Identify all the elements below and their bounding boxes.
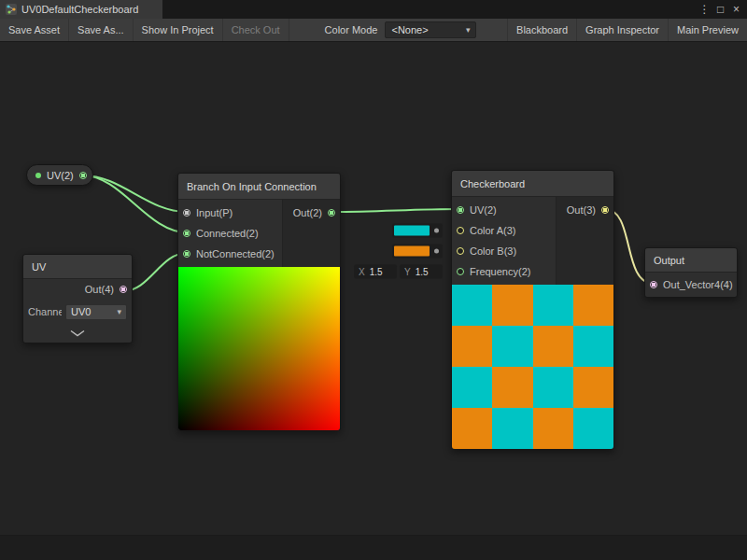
color-a-swatch-box[interactable] <box>392 224 443 238</box>
checker-cell <box>533 367 573 408</box>
checker-cell <box>573 408 613 449</box>
menu-icon[interactable]: ⋮ <box>697 0 712 19</box>
checker-cell <box>492 408 532 449</box>
checker-cell <box>573 326 613 367</box>
checkerboard-uv-label: UV(2) <box>470 204 497 216</box>
toolbar-right-group: Blackboard Graph Inspector Main Preview <box>507 19 747 41</box>
checkerboard-frequency-port[interactable] <box>457 268 464 275</box>
checker-cell <box>452 326 492 367</box>
chevron-down-icon <box>69 329 86 337</box>
pill-output-port[interactable] <box>79 172 87 179</box>
main-preview-button[interactable]: Main Preview <box>668 19 747 41</box>
checkerboard-node-header[interactable]: Checkerboard <box>452 171 613 197</box>
close-icon[interactable]: × <box>728 0 744 19</box>
output-vector4-port[interactable] <box>650 281 657 288</box>
port-row-frequency: X 1.5 Y 1.5 Frequency(2) <box>452 261 556 282</box>
toolbar: Save Asset Save As... Show In Project Ch… <box>0 19 747 42</box>
color-mode-value: <None> <box>391 24 428 35</box>
color-mode-dropdown[interactable]: <None> ▾ <box>385 21 476 38</box>
pill-label: UV(2) <box>47 170 74 181</box>
checker-cell <box>533 326 573 367</box>
edge-branch-to-checkerboard[interactable] <box>331 209 460 212</box>
checkerboard-color-b-port[interactable] <box>457 247 464 255</box>
blackboard-button[interactable]: Blackboard <box>507 19 576 41</box>
port-row-input: Input(P) <box>178 203 282 223</box>
branch-input-label: Input(P) <box>196 207 233 218</box>
color-mode-label: Color Mode <box>317 19 386 41</box>
channel-value: UV0 <box>71 306 91 317</box>
checker-cell <box>492 285 532 326</box>
uv-node-title: UV <box>32 261 46 273</box>
checkerboard-node[interactable]: Checkerboard UV(2) Color A(3) <box>451 170 614 450</box>
checkerboard-out-label: Out(3) <box>567 204 596 216</box>
branch-node-body: Input(P) Connected(2) NotConnected(2) Ou… <box>178 200 340 267</box>
checkerboard-uv-port[interactable] <box>457 206 464 214</box>
tab-title: UV0DefaultCheckerboard <box>21 4 138 15</box>
checker-cell <box>452 367 492 408</box>
frequency-y-field[interactable]: Y 1.5 <box>400 265 443 279</box>
checker-cell <box>533 285 573 326</box>
branch-node[interactable]: Branch On Input Connection Input(P) Conn… <box>177 173 341 431</box>
checker-cell <box>573 285 613 326</box>
window-tab[interactable]: UV0DefaultCheckerboard <box>0 0 162 19</box>
checkerboard-node-title: Checkerboard <box>460 178 525 189</box>
channel-dropdown[interactable]: UV0 ▾ <box>65 304 127 320</box>
save-asset-button[interactable]: Save Asset <box>0 19 69 41</box>
uv-node-header[interactable]: UV <box>23 255 132 279</box>
uv-out-port[interactable] <box>120 286 127 293</box>
maximize-icon[interactable]: □ <box>712 0 728 19</box>
branch-out-port[interactable] <box>328 209 335 217</box>
color-a-swatch[interactable] <box>394 226 430 236</box>
checkerboard-inputs: UV(2) Color A(3) <box>452 197 556 285</box>
collapse-preview-button[interactable] <box>23 324 132 343</box>
port-row-out: Out(2) <box>283 203 340 223</box>
color-a-field[interactable] <box>392 224 443 238</box>
checkerboard-color-b-label: Color B(3) <box>470 245 516 257</box>
uv-out-label: Out(4) <box>85 284 114 295</box>
edge-uvpill-to-connected[interactable] <box>83 175 187 232</box>
color-b-field[interactable] <box>392 245 443 259</box>
output-node[interactable]: Output Out_Vector4(4) <box>644 247 738 298</box>
checkerboard-color-a-port[interactable] <box>457 227 464 234</box>
checker-cell <box>452 408 492 449</box>
branch-outputs: Out(2) <box>282 200 340 267</box>
uv-out-row: Out(4) <box>23 279 132 300</box>
checkerboard-outputs: Out(3) <box>556 197 613 285</box>
frequency-y-label: Y <box>404 267 411 277</box>
branch-out-label: Out(2) <box>293 207 322 218</box>
edge-uvpill-to-input[interactable] <box>83 175 187 212</box>
checkerboard-out-port[interactable] <box>601 206 609 214</box>
uv-node[interactable]: UV Out(4) Channel UV0 ▾ <box>22 254 133 343</box>
branch-notconnected-port[interactable] <box>183 250 190 258</box>
frequency-fields: X 1.5 Y 1.5 <box>354 265 443 279</box>
window-controls: ⋮ □ × <box>697 0 747 19</box>
branch-input-port[interactable] <box>183 209 190 217</box>
branch-inputs: Input(P) Connected(2) NotConnected(2) <box>178 200 282 267</box>
branch-notconnected-label: NotConnected(2) <box>196 248 275 259</box>
canvas-footer-band <box>0 535 747 560</box>
color-b-swatch[interactable] <box>394 246 430 257</box>
branch-node-title: Branch On Input Connection <box>187 181 317 192</box>
graph-inspector-button[interactable]: Graph Inspector <box>576 19 668 41</box>
shader-graph-icon <box>6 4 17 15</box>
chevron-down-icon: ▾ <box>117 307 121 316</box>
checkerboard-color-a-label: Color A(3) <box>470 225 516 236</box>
color-b-swatch-box[interactable] <box>392 245 443 259</box>
graph-canvas[interactable]: UV(2) UV Out(4) Channel UV0 ▾ Branch On … <box>0 42 747 560</box>
chevron-down-icon: ▾ <box>466 25 471 35</box>
show-in-project-button[interactable]: Show In Project <box>134 19 223 41</box>
frequency-x-field[interactable]: X 1.5 <box>354 265 397 279</box>
checker-cell <box>492 367 532 408</box>
save-as-button[interactable]: Save As... <box>69 19 134 41</box>
channel-row: Channel UV0 ▾ <box>23 300 132 324</box>
port-row-out-vector4: Out_Vector4(4) <box>645 273 737 297</box>
frequency-x-label: X <box>359 267 365 277</box>
titlebar: UV0DefaultCheckerboard ⋮ □ × <box>0 0 747 19</box>
uv-property-pill[interactable]: UV(2) <box>26 164 93 186</box>
checkerboard-frequency-label: Frequency(2) <box>470 266 530 277</box>
output-node-header[interactable]: Output <box>645 248 737 273</box>
output-node-title: Output <box>654 255 684 266</box>
branch-node-header[interactable]: Branch On Input Connection <box>178 174 340 200</box>
branch-connected-port[interactable] <box>183 230 190 237</box>
output-vector4-label: Out_Vector4(4) <box>663 279 733 290</box>
